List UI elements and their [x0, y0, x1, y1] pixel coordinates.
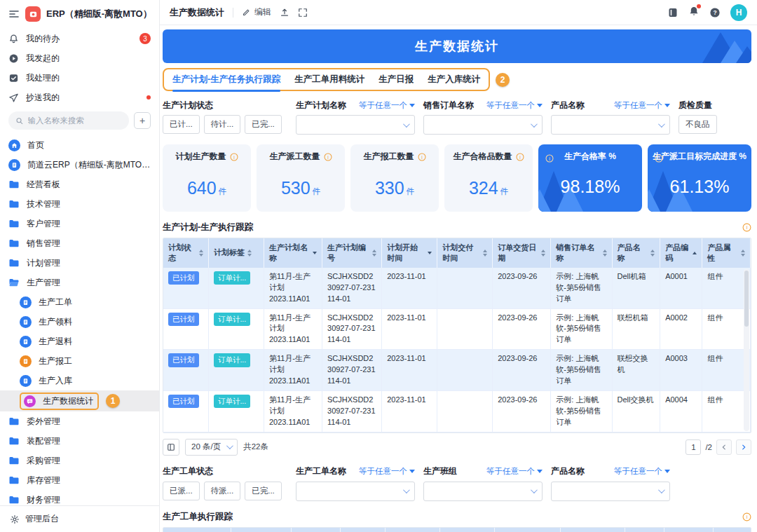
next-page-button[interactable]	[736, 439, 751, 455]
admin-console-link[interactable]: 管理后台	[0, 505, 159, 532]
column-header[interactable]: 产品编码	[660, 238, 702, 268]
fullscreen-icon[interactable]	[298, 8, 308, 18]
sidebar-item-production-stats[interactable]: 生产数据统计 1	[0, 390, 159, 411]
help-icon[interactable]: ?	[709, 7, 721, 18]
column-header[interactable]: 工单开始日期	[385, 528, 439, 532]
plan-name-select[interactable]	[296, 115, 415, 135]
sidebar-folder-production[interactable]: 生产管理	[0, 273, 159, 292]
column-header[interactable]: 产品属性	[713, 528, 751, 532]
column-settings-button[interactable]	[163, 439, 179, 456]
column-header[interactable]: 计划状态	[163, 238, 208, 268]
edit-button[interactable]: 编辑	[242, 6, 271, 18]
sidebar-item-cc-me[interactable]: 抄送我的	[0, 88, 159, 107]
caret-down-icon	[409, 104, 415, 107]
column-header[interactable]: 销售订单名称	[551, 238, 612, 268]
column-header[interactable]: 产品属性	[702, 238, 751, 268]
info-icon[interactable]: i	[230, 153, 238, 161]
journal-icon[interactable]	[667, 7, 678, 18]
filter-label: 产品名称	[551, 100, 585, 111]
status-filter-button[interactable]: 待派...	[204, 482, 241, 500]
add-app-button[interactable]: +	[134, 112, 151, 129]
search-input[interactable]	[28, 116, 123, 125]
product-name-select[interactable]	[551, 115, 670, 135]
status-filter-button[interactable]: 待计...	[204, 115, 241, 134]
column-header[interactable]: 计划交付时间	[437, 238, 493, 268]
sidebar-folder-outsourcing[interactable]: 委外管理	[0, 411, 159, 431]
sidebar-item-processed[interactable]: 我处理的	[0, 68, 159, 88]
sidebar-folder-sales[interactable]: 销售管理	[0, 233, 159, 253]
status-filter-button[interactable]: 已完...	[245, 115, 282, 134]
sidebar-folder-finance[interactable]: 财务管理	[0, 490, 159, 505]
sidebar-folder-customer[interactable]: 客户管理	[0, 214, 159, 233]
current-page-input[interactable]: 1	[686, 439, 701, 455]
sidebar-item-todo[interactable]: 我的待办 3	[0, 29, 159, 48]
sidebar-folder-assembly[interactable]: 装配管理	[0, 431, 159, 451]
column-header[interactable]: 生产计划编号	[322, 238, 382, 268]
info-icon[interactable]: i	[418, 153, 426, 161]
sidebar-item-production-return[interactable]: 生产退料	[0, 332, 159, 351]
column-header[interactable]: 工单状态	[291, 528, 340, 532]
table-row: 已计划 订单计... 第11月-生产计划 2023.11A01 SCJHXSDD…	[163, 391, 751, 432]
user-avatar[interactable]: H	[730, 4, 747, 21]
search-box[interactable]	[8, 111, 129, 130]
page-size-select[interactable]: 20 条/页	[185, 439, 238, 456]
column-header[interactable]: 计划标签	[208, 238, 264, 268]
operator-dropdown[interactable]: 等于任意一个	[486, 466, 543, 477]
team-select[interactable]	[423, 482, 543, 501]
status-filter-button[interactable]: 已计...	[163, 115, 200, 134]
status-badge: 已计划	[168, 353, 199, 367]
info-icon[interactable]: i	[545, 154, 554, 163]
column-header[interactable]: 产品编码	[664, 528, 713, 532]
operator-dropdown[interactable]: 等于任意一个	[359, 466, 415, 477]
sidebar-item-production-inbound[interactable]: 生产入库	[0, 371, 159, 390]
quality-filter-button[interactable]: 不良品	[678, 115, 717, 134]
column-header[interactable]: 生产工单编号	[231, 528, 291, 532]
tab-daily-report[interactable]: 生产日报	[378, 74, 414, 86]
info-icon[interactable]: i	[516, 153, 524, 161]
sidebar-item-home[interactable]: 首页	[0, 135, 159, 155]
info-icon[interactable]: i	[324, 153, 332, 161]
column-header[interactable]: 生产计划名称	[264, 238, 322, 268]
column-header[interactable]: 订单交货日期	[493, 238, 551, 268]
operator-dropdown[interactable]: 等于任意一个	[614, 466, 670, 477]
share-icon[interactable]	[280, 8, 289, 18]
status-filter-button[interactable]: 已完...	[245, 482, 282, 500]
info-icon[interactable]: i	[655, 154, 663, 163]
sidebar-item-erp-doc[interactable]: 简道云ERP（精细版-离散MTO）「...	[0, 155, 159, 175]
tab-workorder-material[interactable]: 生产工单用料统计	[294, 74, 364, 86]
column-header[interactable]: 生产计划名称	[494, 528, 560, 532]
column-header[interactable]: 产品名称	[612, 238, 660, 268]
operator-dropdown[interactable]: 等于任意一个	[359, 100, 415, 111]
cell-status: 已计划	[163, 308, 208, 350]
column-header[interactable]: 产品名称	[625, 528, 664, 532]
cell-status: 已计划	[163, 350, 208, 391]
info-icon[interactable]: i	[742, 223, 751, 232]
collapse-menu-icon[interactable]	[8, 8, 20, 20]
sidebar-item-production-workorder[interactable]: 生产工单	[0, 292, 159, 312]
sidebar-item-initiated[interactable]: 我发起的	[0, 48, 159, 68]
sidebar-item-production-report[interactable]: 生产报工	[0, 351, 159, 371]
operator-dropdown[interactable]: 等于任意一个	[486, 100, 543, 111]
column-header[interactable]: 生产工单名称	[163, 528, 231, 532]
product-name-select[interactable]	[551, 482, 670, 501]
info-icon[interactable]: i	[742, 512, 751, 521]
prev-page-button[interactable]	[716, 439, 732, 455]
operator-dropdown[interactable]: 等于任意一个	[614, 100, 670, 111]
tab-plan-task-tracking[interactable]: 生产计划-生产任务执行跟踪	[172, 74, 280, 86]
column-header[interactable]: 计划开始时间	[382, 238, 437, 268]
status-filter-button[interactable]: 已派...	[163, 482, 200, 500]
sidebar-folder-dashboard[interactable]: 经营看板	[0, 175, 159, 194]
column-header[interactable]: 生产班组	[340, 528, 385, 532]
scrollbar-thumb[interactable]	[744, 271, 749, 327]
sidebar-folder-inventory[interactable]: 库存管理	[0, 470, 159, 490]
sales-order-select[interactable]	[423, 115, 543, 135]
column-header[interactable]: 销售订单名称	[560, 528, 625, 532]
notifications-button[interactable]	[688, 6, 700, 20]
sidebar-folder-purchase[interactable]: 采购管理	[0, 451, 159, 470]
tab-inbound-stats[interactable]: 生产入库统计	[428, 74, 480, 86]
column-header[interactable]: 工单结束日期	[439, 528, 494, 532]
sidebar-folder-plan[interactable]: 计划管理	[0, 253, 159, 273]
sidebar-item-production-picking[interactable]: 生产领料	[0, 312, 159, 332]
workorder-name-select[interactable]	[296, 482, 415, 501]
sidebar-folder-tech[interactable]: 技术管理	[0, 194, 159, 214]
